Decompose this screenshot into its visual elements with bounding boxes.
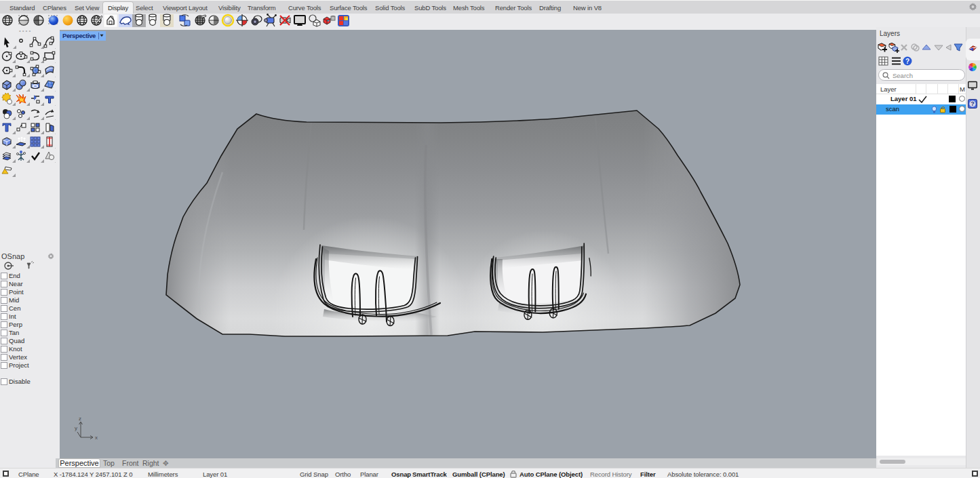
svg-text:y: y [75, 425, 77, 431]
svg-text:?: ? [905, 58, 909, 65]
svg-text:z: z [79, 416, 81, 422]
svg-text:x: x [95, 435, 98, 441]
svg-text:?: ? [971, 100, 975, 107]
